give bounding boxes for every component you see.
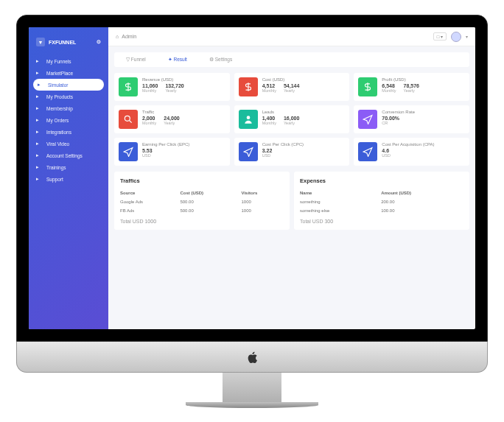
metric-card: Earning Per Click (EPC)5.53USD: [114, 138, 230, 166]
send-icon: [358, 110, 377, 129]
nav-icon: ▸: [36, 58, 42, 64]
svg-point-0: [125, 116, 130, 121]
page-title: Admin: [122, 34, 136, 39]
traffics-title: Traffics: [120, 177, 284, 184]
nav-icon: ▸: [36, 152, 42, 158]
avatar[interactable]: [451, 32, 461, 42]
logo-icon: ▼: [36, 38, 45, 46]
nav-item-membership[interactable]: ▸Membership: [29, 102, 108, 114]
send-icon: [119, 142, 138, 161]
table-row: something else100.00: [300, 206, 463, 215]
brand-name: FXFUNNEL: [49, 40, 76, 45]
nav-icon: ▸: [36, 117, 42, 123]
metric-card: Revenue (USD)11,060Monthly132,720Yearly: [114, 73, 230, 101]
nav-item-viral-video[interactable]: ▸Viral Video: [29, 138, 108, 150]
nav-item-support[interactable]: ▸Support: [29, 173, 108, 185]
nav-item-account-settings[interactable]: ▸Account Settings: [29, 150, 108, 161]
metric-card: Profit (USD)6,548Monthly78,576Yearly: [354, 73, 469, 101]
user-icon: [239, 110, 258, 129]
nav-item-integrations[interactable]: ▸Integrations: [29, 126, 108, 138]
expenses-total: Total USD 300: [300, 219, 463, 224]
expenses-title: Expenses: [300, 177, 463, 184]
logo: ▼ FXFUNNEL ⊙: [29, 33, 108, 51]
home-icon: ⌂: [116, 34, 119, 39]
traffics-table: SourceCost (USD)Visitors Google Ads500.0…: [120, 189, 284, 215]
action-dropdown[interactable]: □ ▾: [433, 32, 447, 41]
metric-card: Leads1,400Monthly16,000Yearly: [234, 105, 350, 133]
apple-logo-icon: [245, 351, 259, 364]
nav-item-simulator[interactable]: ▸Simulator: [33, 79, 104, 91]
dollar-icon: [119, 77, 138, 96]
svg-point-1: [246, 116, 250, 119]
nav-item-trainings[interactable]: ▸Trainings: [29, 161, 108, 173]
traffics-total: Total USD 1000: [120, 219, 284, 224]
metric-card: Cost Per Acquisition (CPA)4.6USD: [354, 138, 469, 166]
metric-card: Conversion Rate70.00%CR: [354, 105, 469, 133]
metric-card: Cost Per Click (CPC)3.22USD: [234, 138, 350, 166]
nav-item-marketplace[interactable]: ▸MarketPlace: [29, 67, 108, 79]
metric-card: Cost (USD)4,512Monthly54,144Yearly: [234, 73, 350, 101]
expenses-table: NameAmount (USD) something200.00somethin…: [300, 189, 463, 215]
nav-icon: ▸: [36, 105, 42, 111]
topbar: ⌂ Admin □ ▾ ▾: [108, 27, 475, 46]
metric-cards: Revenue (USD)11,060Monthly132,720YearlyC…: [114, 73, 469, 166]
table-row: FB Ads500.001000: [120, 206, 284, 215]
nav-icon: ▸: [36, 141, 42, 147]
expenses-panel: Expenses NameAmount (USD) something200.0…: [294, 172, 469, 230]
tab-result[interactable]: ✦ Result: [168, 57, 187, 63]
send-icon: [239, 142, 258, 161]
nav-icon: ▸: [36, 164, 42, 170]
nav-icon: ▸: [36, 176, 42, 182]
chevron-down-icon[interactable]: ▾: [466, 34, 468, 39]
metric-card: Traffic2,000Monthly24,000Yearly: [114, 105, 230, 133]
send-icon: [358, 142, 377, 161]
traffics-panel: Traffics SourceCost (USD)Visitors Google…: [114, 172, 290, 230]
tabs: ▽ Funnel ✦ Result ⚙ Settings: [114, 52, 469, 67]
nav-icon: ▸: [36, 94, 42, 99]
nav-icon: ▸: [36, 70, 42, 76]
nav-icon: ▸: [38, 82, 43, 88]
search-icon: [119, 110, 138, 129]
nav-icon: ▸: [36, 129, 42, 135]
table-row: something200.00: [300, 197, 463, 206]
tab-settings[interactable]: ⚙ Settings: [209, 57, 232, 63]
dollar-icon: [358, 77, 377, 96]
tab-funnel[interactable]: ▽ Funnel: [126, 57, 146, 63]
table-row: Google Ads500.001000: [120, 197, 284, 206]
nav-item-my-products[interactable]: ▸My Products: [29, 91, 108, 102]
dollar-icon: [239, 77, 258, 96]
sidebar: ▼ FXFUNNEL ⊙ ▸My Funnels▸MarketPlace▸Sim…: [29, 27, 108, 329]
nav: ▸My Funnels▸MarketPlace▸Simulator▸My Pro…: [29, 55, 108, 185]
nav-item-my-orders[interactable]: ▸My Orders: [29, 114, 108, 126]
nav-item-my-funnels[interactable]: ▸My Funnels: [29, 55, 108, 67]
